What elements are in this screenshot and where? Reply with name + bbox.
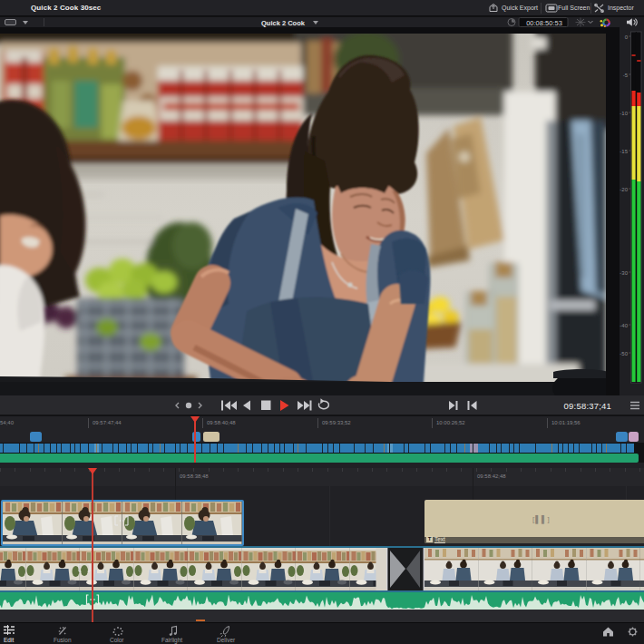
svg-text:0: 0 bbox=[625, 34, 629, 40]
svg-text:-40: -40 bbox=[620, 323, 628, 328]
svg-text:-20: -20 bbox=[620, 187, 628, 192]
svg-text:-10: -10 bbox=[620, 111, 628, 116]
svg-text:-50: -50 bbox=[620, 351, 628, 356]
svg-text:-15: -15 bbox=[620, 149, 628, 154]
svg-text:-30: -30 bbox=[620, 270, 628, 276]
svg-text:-5: -5 bbox=[623, 73, 629, 78]
